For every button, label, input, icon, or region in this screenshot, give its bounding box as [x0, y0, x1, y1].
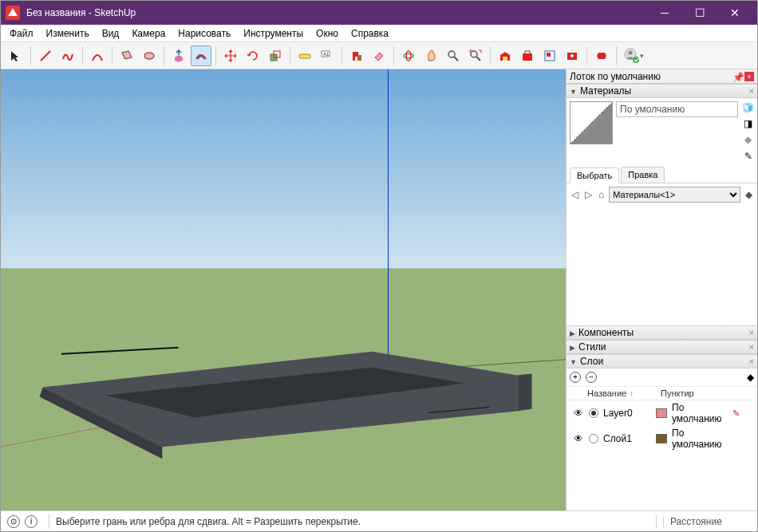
panel-materials-header[interactable]: ▼Материалы × — [567, 84, 757, 98]
nav-home-icon[interactable]: ⌂ — [597, 189, 606, 200]
panel-components-close[interactable]: × — [749, 328, 754, 337]
menubar: Файл Изменить Вид Камера Нарисовать Инст… — [1, 25, 757, 42]
nav-back-icon[interactable]: ◁ — [570, 189, 580, 200]
menu-camera[interactable]: Камера — [126, 26, 171, 41]
paint-tool[interactable] — [346, 45, 367, 66]
offset-tool[interactable] — [191, 45, 211, 66]
svg-point-0 — [144, 53, 154, 59]
library-menu-icon[interactable]: ◆ — [744, 189, 754, 200]
menu-file[interactable]: Файл — [4, 26, 39, 41]
status-hint: Выберите грань или ребра для сдвига. Alt… — [56, 516, 649, 527]
tray-close-icon[interactable]: × — [744, 72, 754, 81]
window-title: Без названия - SketchUp — [26, 7, 647, 18]
tray-header[interactable]: Лоток по умолчанию 📌× — [567, 69, 757, 84]
panel-layers-header[interactable]: ▼Слои × — [567, 354, 757, 368]
extension-warehouse-tool[interactable] — [517, 45, 538, 66]
extension-manager-tool[interactable] — [562, 45, 582, 66]
svg-line-23 — [61, 348, 179, 354]
rectangle-tool[interactable] — [116, 45, 137, 66]
panel-materials-close[interactable]: × — [749, 86, 754, 96]
freehand-tool[interactable] — [57, 45, 78, 66]
remove-layer-button[interactable]: − — [586, 372, 597, 383]
pan-tool[interactable] — [420, 45, 441, 66]
add-layer-button[interactable]: + — [570, 372, 581, 383]
orbit-tool[interactable] — [398, 45, 419, 66]
layer-row[interactable]: 👁 Слой1 По умолчанию — [567, 426, 757, 451]
panel-layers-title: Слои — [580, 356, 603, 367]
toolbar: A1 ▾ — [1, 42, 757, 69]
menu-edit[interactable]: Изменить — [41, 26, 95, 41]
active-layer-radio[interactable] — [589, 408, 598, 418]
rotate-tool[interactable] — [243, 45, 263, 66]
layer-dash[interactable]: По умолчанию — [672, 402, 728, 424]
svg-point-7 — [404, 53, 413, 58]
close-button[interactable]: ✕ — [717, 1, 752, 25]
warehouse-tool[interactable] — [495, 45, 515, 66]
svg-rect-12 — [523, 53, 532, 61]
layer-row[interactable]: 👁 Layer0 По умолчанию ✎ — [567, 400, 757, 426]
edit-icon[interactable]: ✎ — [732, 408, 740, 419]
menu-tools[interactable]: Инструменты — [238, 26, 309, 41]
eraser-tool[interactable] — [369, 45, 389, 66]
layer-name[interactable]: Layer0 — [603, 408, 651, 419]
panel-styles-header[interactable]: ▶Стили × — [567, 340, 757, 354]
active-layer-radio[interactable] — [589, 434, 598, 443]
panel-layers-close[interactable]: × — [749, 357, 754, 366]
svg-rect-6 — [357, 55, 361, 61]
line-tool[interactable] — [35, 45, 56, 66]
panel-components-header[interactable]: ▶Компоненты × — [567, 325, 757, 340]
menu-draw[interactable]: Нарисовать — [172, 26, 236, 41]
panel-styles-close[interactable]: × — [749, 342, 754, 352]
svg-point-16 — [570, 54, 574, 57]
eyedropper-icon[interactable]: ✎ — [744, 151, 752, 162]
scale-tool[interactable] — [265, 45, 286, 66]
user-account[interactable]: ▾ — [621, 45, 646, 66]
tab-edit[interactable]: Правка — [621, 167, 665, 183]
statusbar: ⊙ i Выберите грань или ребра для сдвига.… — [1, 510, 757, 531]
layout-tool[interactable] — [539, 45, 560, 66]
current-material-swatch[interactable] — [570, 101, 613, 144]
layer-color-swatch[interactable] — [656, 434, 667, 443]
arc-tool[interactable] — [87, 45, 108, 66]
text-tool[interactable]: A1 — [317, 45, 338, 66]
set-default-icon[interactable]: ◨ — [741, 117, 754, 130]
menu-window[interactable]: Окно — [310, 26, 344, 41]
titlebar: Без названия - SketchUp ─ ☐ ✕ — [1, 1, 757, 25]
col-dash[interactable]: Пунктир — [661, 388, 694, 398]
viewport-3d[interactable] — [1, 69, 566, 510]
material-library-select[interactable]: Материалы<1> — [609, 187, 740, 203]
minimize-button[interactable]: ─ — [647, 1, 682, 25]
move-tool[interactable] — [220, 45, 241, 66]
material-picker-icon[interactable]: ◆ — [741, 133, 754, 146]
circle-tool[interactable] — [139, 45, 160, 66]
layer-color-swatch[interactable] — [656, 408, 667, 418]
layer-name[interactable]: Слой1 — [603, 433, 651, 444]
tape-tool[interactable] — [294, 45, 315, 66]
redd-tool[interactable] — [591, 45, 612, 66]
info-icon[interactable]: i — [25, 515, 38, 528]
menu-view[interactable]: Вид — [97, 26, 125, 41]
visibility-icon[interactable]: 👁 — [573, 408, 584, 419]
svg-rect-14 — [547, 53, 551, 57]
svg-marker-26 — [517, 374, 531, 412]
tab-select[interactable]: Выбрать — [570, 167, 619, 183]
col-name[interactable]: Название — [587, 388, 626, 398]
menu-help[interactable]: Справка — [345, 26, 394, 41]
visibility-icon[interactable]: 👁 — [573, 433, 584, 444]
current-material-name[interactable]: По умолчанию — [616, 101, 738, 117]
pin-icon[interactable]: 📌 — [732, 72, 742, 81]
layer-dash[interactable]: По умолчанию — [672, 428, 728, 450]
nav-forward-icon[interactable]: ▷ — [583, 189, 594, 200]
maximize-button[interactable]: ☐ — [682, 1, 717, 25]
select-tool[interactable] — [6, 45, 26, 66]
pushpull-tool[interactable] — [168, 45, 189, 66]
svg-rect-11 — [503, 57, 507, 61]
zoom-tool[interactable] — [443, 45, 464, 66]
panel-materials-title: Материалы — [580, 85, 631, 97]
create-material-icon[interactable]: 🧊 — [741, 101, 754, 114]
svg-point-10 — [471, 51, 477, 57]
svg-text:A1: A1 — [323, 52, 330, 57]
geo-icon[interactable]: ⊙ — [7, 515, 20, 528]
layers-menu-icon[interactable]: ◆ — [747, 372, 754, 383]
zoom-extents-tool[interactable] — [465, 45, 486, 66]
